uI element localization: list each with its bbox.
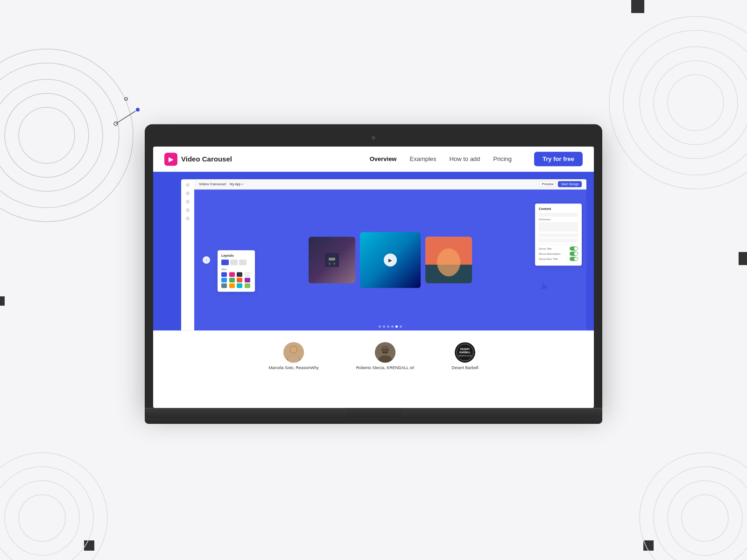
svg-point-23	[326, 261, 338, 264]
deco-circles-bottom-right	[635, 448, 747, 560]
svg-text:BARBELL: BARBELL	[459, 351, 471, 354]
toggle-title-row: Show Title	[539, 246, 578, 251]
content-field-1	[539, 213, 578, 217]
camera-bar	[153, 133, 594, 143]
swatch-green[interactable]	[229, 278, 235, 282]
swatch-light[interactable]	[245, 272, 250, 277]
svg-point-18	[114, 122, 118, 126]
dot-2[interactable]	[383, 325, 385, 328]
svg-point-6	[654, 61, 738, 145]
svg-point-9	[609, 16, 747, 189]
svg-point-33	[290, 346, 297, 353]
layers-title: Layouts	[221, 254, 251, 257]
svg-point-14	[682, 495, 728, 541]
toggle-title-label: Show Title	[539, 247, 552, 250]
carousel-arrow-left[interactable]: ‹	[203, 256, 210, 264]
dot-3[interactable]	[387, 325, 389, 328]
svg-point-5	[668, 75, 724, 131]
dot-4[interactable]	[391, 325, 394, 328]
dot-1[interactable]	[379, 325, 381, 328]
swatch-blue2[interactable]	[221, 278, 227, 282]
testimonial-marcela-name: Marcela Soto, ReasonWhy	[269, 365, 319, 370]
toggle-title[interactable]	[570, 246, 578, 251]
app-logo: ▶ Video Carousel	[164, 153, 232, 166]
svg-point-12	[0, 467, 93, 560]
desert-avatar-img: DESERT BARBELL SPORTS CLUB	[455, 342, 475, 363]
video-thumb-skateboard	[309, 237, 355, 283]
swatch-blue[interactable]	[221, 272, 227, 277]
toggle-description[interactable]	[570, 252, 578, 256]
content-desc-label: Summary	[539, 218, 578, 221]
svg-point-11	[5, 481, 79, 555]
editor-canvas: ‹	[194, 189, 586, 330]
svg-text:DESERT: DESERT	[460, 348, 470, 350]
sidebar-icon-5	[186, 217, 190, 220]
testimonial-roberto: Roberto Sterza, KRENDALL srl	[356, 342, 415, 370]
sidebar-icon-1	[186, 183, 190, 187]
skin-label: Skin	[221, 268, 251, 271]
skateboard-img	[325, 253, 339, 267]
layers-panel: Layouts Skin	[218, 250, 255, 292]
avatar-desert: DESERT BARBELL SPORTS CLUB	[455, 342, 475, 363]
swatch-dark[interactable]	[237, 272, 242, 277]
cursor-arrow-deco: ⮞	[538, 281, 550, 294]
svg-point-1	[5, 93, 89, 177]
sidebar-icon-4	[186, 208, 190, 212]
layout-list-icon[interactable]	[230, 259, 238, 265]
app-main-area: Video Carousel My App ✓ Preview Start De…	[153, 172, 594, 330]
marcela-avatar-img	[283, 342, 304, 363]
app-logo-text: Video Carousel	[181, 155, 232, 163]
content-field-item1	[539, 233, 578, 237]
skin-swatches	[221, 272, 251, 288]
try-free-button[interactable]: Try for free	[534, 152, 583, 166]
svg-line-19	[116, 110, 138, 124]
laptop: ▶ Video Carousel Overview Examples How t…	[145, 124, 602, 424]
avatar-roberto	[375, 342, 395, 363]
roberto-avatar-img	[375, 342, 395, 363]
svg-point-13	[0, 453, 107, 560]
nav-links: Overview Examples How to add Pricing Try…	[370, 152, 583, 166]
svg-rect-24	[329, 258, 335, 260]
testimonial-desert-name: Desert Barbell	[451, 365, 478, 370]
deco-circles-right	[607, 14, 747, 191]
start-design-btn[interactable]: Start Design	[558, 181, 582, 187]
svg-point-20	[135, 107, 140, 112]
toggle-item-title-row: Show Item Title	[539, 257, 578, 261]
svg-point-10	[19, 495, 65, 541]
toggle-item-title[interactable]	[570, 257, 578, 261]
editor-topbar: Video Carousel My App ✓ Preview Start De…	[194, 179, 586, 189]
swatch-gray[interactable]	[221, 283, 227, 288]
layout-icons	[221, 259, 251, 265]
deco-square-4	[84, 540, 94, 551]
swatch-cyan[interactable]	[237, 283, 242, 288]
swatch-pink[interactable]	[229, 272, 235, 277]
deco-square-5	[643, 540, 654, 551]
swatch-lime[interactable]	[245, 283, 250, 288]
swatch-purple[interactable]	[245, 278, 250, 282]
laptop-body: ▶ Video Carousel Overview Examples How t…	[145, 124, 602, 408]
logo-icon: ▶	[164, 153, 177, 166]
video-thumb-wave: ▶	[360, 232, 421, 288]
swatch-orange[interactable]	[237, 278, 242, 282]
laptop-stand	[345, 408, 402, 416]
dot-6[interactable]	[400, 325, 402, 328]
svg-point-0	[19, 107, 75, 163]
layout-rows-icon[interactable]	[239, 259, 247, 265]
swatch-amber[interactable]	[229, 283, 235, 288]
svg-point-16	[654, 467, 747, 560]
nav-how-to-add[interactable]: How to add	[450, 155, 480, 162]
toggle-desc-row: Show Description	[539, 252, 578, 256]
play-button[interactable]: ▶	[384, 253, 397, 266]
nav-pricing[interactable]: Pricing	[493, 155, 512, 162]
nav-examples[interactable]: Examples	[409, 155, 436, 162]
video-carousel: ▶	[295, 232, 486, 288]
layout-grid-icon[interactable]	[221, 259, 229, 265]
preview-btn[interactable]: Preview	[539, 181, 557, 187]
svg-point-17	[640, 453, 747, 560]
editor-widget-name: Video Carousel	[199, 182, 226, 186]
dot-5[interactable]	[395, 325, 398, 328]
deco-square-1	[631, 0, 644, 13]
editor-sidebar	[181, 179, 194, 330]
deco-square-3	[0, 296, 5, 306]
nav-overview[interactable]: Overview	[370, 155, 397, 162]
